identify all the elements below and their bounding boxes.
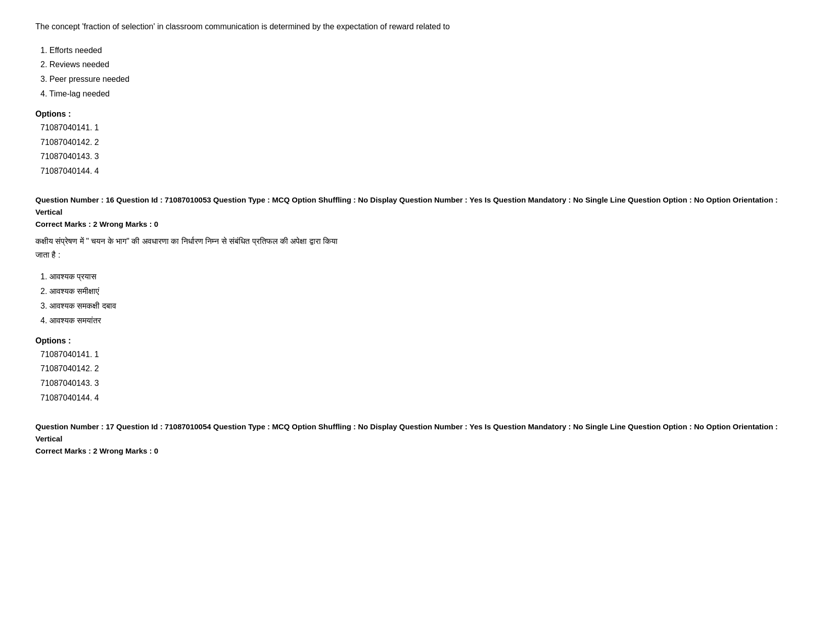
question-15-options-list: 1. Efforts needed 2. Reviews needed 3. P… [35, 43, 799, 102]
list-item: 71087040141. 1 [40, 348, 799, 362]
hindi-text-line2: जाता है : [35, 251, 60, 259]
question-17-block: Question Number : 17 Question Id : 71087… [35, 421, 799, 457]
question-16-meta-line1: Question Number : 16 Question Id : 71087… [35, 195, 778, 216]
list-item: 4. Time-lag needed [40, 87, 799, 102]
list-item: 71087040141. 1 [40, 121, 799, 135]
question-17-meta-line2: Correct Marks : 2 Wrong Marks : 0 [35, 447, 158, 455]
question-16-hindi-text: कक्षीय संप्रेषण में " चयन के भाग" की अवध… [35, 234, 799, 262]
list-item: 71087040144. 4 [40, 164, 799, 179]
list-item: 2. Reviews needed [40, 58, 799, 72]
list-item: 3. Peer pressure needed [40, 72, 799, 87]
question-16-block: Question Number : 16 Question Id : 71087… [35, 194, 799, 406]
options-label-16: Options : [35, 336, 799, 345]
answer-options-15: 71087040141. 1 71087040142. 2 7108704014… [35, 121, 799, 179]
list-item: 2. आवश्यक समीक्षाएं [40, 284, 799, 299]
list-item: 71087040143. 3 [40, 376, 799, 391]
list-item: 3. आवश्यक समकक्षी दबाव [40, 299, 799, 314]
list-item: 1. आवश्यक प्रयास [40, 270, 799, 284]
answer-options-16: 71087040141. 1 71087040142. 2 7108704014… [35, 348, 799, 406]
list-item: 71087040142. 2 [40, 135, 799, 150]
question-17-meta: Question Number : 17 Question Id : 71087… [35, 421, 799, 457]
list-item: 71087040142. 2 [40, 362, 799, 376]
options-label-15: Options : [35, 110, 799, 119]
list-item: 71087040143. 3 [40, 150, 799, 164]
question-16-meta-line2: Correct Marks : 2 Wrong Marks : 0 [35, 220, 158, 228]
hindi-text-line1: कक्षीय संप्रेषण में " चयन के भाग" की अवध… [35, 237, 338, 245]
list-item: 71087040144. 4 [40, 391, 799, 406]
question-15-text: The concept 'fraction of selection' in c… [35, 20, 799, 33]
question-17-meta-line1: Question Number : 17 Question Id : 71087… [35, 422, 778, 443]
question-16-hindi-options: 1. आवश्यक प्रयास 2. आवश्यक समीक्षाएं 3. … [35, 270, 799, 328]
list-item: 4. आवश्यक समयांतर [40, 314, 799, 328]
question-16-meta: Question Number : 16 Question Id : 71087… [35, 194, 799, 230]
list-item: 1. Efforts needed [40, 43, 799, 58]
question-15-intro: The concept 'fraction of selection' in c… [35, 20, 799, 179]
